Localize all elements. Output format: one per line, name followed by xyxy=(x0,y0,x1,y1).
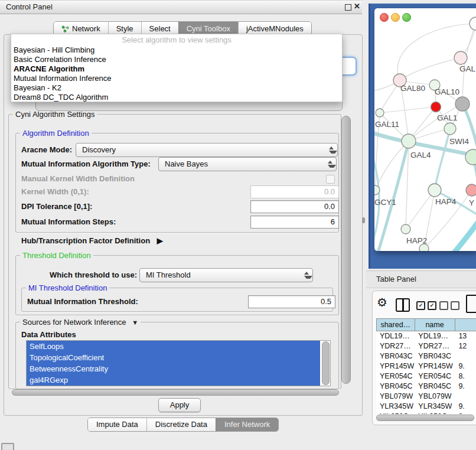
float-window-icon[interactable] xyxy=(345,4,351,11)
network-node-y[interactable] xyxy=(466,184,476,196)
table-row[interactable]: YLR345WYLR345W9. xyxy=(376,402,476,412)
threshold-definition-title: Threshold Definition xyxy=(20,251,93,260)
network-node[interactable] xyxy=(431,102,441,112)
data-attributes-list[interactable]: SelfLoopsTopologicalCoefficientBetweenne… xyxy=(26,340,331,386)
algorithm-option-dream8-dc-tdc-algorithm[interactable]: Dream8 DC_TDC Algorithm xyxy=(11,93,342,102)
column-header-3[interactable] xyxy=(455,319,476,331)
mi-algorithm-type-select[interactable]: Naive Bayes xyxy=(158,157,337,171)
select-all-checkboxes-icon[interactable]: ✓ ✓ xyxy=(416,301,436,310)
deselect-all-checkboxes-icon[interactable] xyxy=(439,301,459,310)
close-icon[interactable]: ✕ xyxy=(354,2,360,11)
network-edge[interactable] xyxy=(406,190,435,229)
bottom-tabs: Impute DataDiscretize DataInfer Network xyxy=(87,418,279,432)
collapse-arrow-icon[interactable]: ▼ xyxy=(132,319,138,326)
algorithm-definition-title: Algorithm Definition xyxy=(20,129,92,138)
table-cell xyxy=(455,392,476,402)
table-row[interactable]: YPR145WYPR145W9. xyxy=(376,361,476,371)
settings-vertical-scrollbar[interactable] xyxy=(341,116,351,384)
table-horizontal-scrollbar[interactable] xyxy=(376,415,474,421)
network-node[interactable] xyxy=(455,97,470,111)
tab-infer-network[interactable]: Infer Network xyxy=(216,418,278,431)
algorithm-option-aracne-algorithm[interactable]: ARACNE Algorithm xyxy=(11,64,342,74)
algorithm-option-basic-correlation-inference[interactable]: Basic Correlation Inference xyxy=(11,55,342,64)
network-node-swi4[interactable] xyxy=(465,149,476,165)
table-row[interactable]: YBR043CYBR043C xyxy=(376,351,476,361)
manual-kernel-width-checkbox[interactable] xyxy=(326,175,335,184)
network-edge[interactable] xyxy=(445,217,476,251)
network-node-label: GAL80 xyxy=(400,84,425,93)
table-cell: YBL079W xyxy=(376,392,415,402)
algorithm-dropdown-popup: Select algorithm to view settings Bayesi… xyxy=(11,34,343,102)
algorithm-option-mutual-information-inference[interactable]: Mutual Information Inference xyxy=(11,74,342,83)
algorithm-option-bayesian-k2[interactable]: Bayesian - K2 xyxy=(11,83,342,93)
table-header-row: shared…name xyxy=(376,318,476,331)
data-attribute-topologicalcoefficient[interactable]: TopologicalCoefficient xyxy=(27,352,320,363)
table-row[interactable]: YBR045CYBR045C9. xyxy=(376,381,476,392)
mi-threshold-definition-title: MI Threshold Definition xyxy=(26,283,109,292)
table-row[interactable]: YDL19…YDL19…13 xyxy=(376,331,476,341)
column-layout-icon[interactable] xyxy=(396,298,410,312)
data-attributes-scrollbar[interactable] xyxy=(322,341,330,385)
column-header-shared[interactable]: shared… xyxy=(376,319,415,331)
network-node-hap4[interactable] xyxy=(428,184,441,197)
table-row[interactable]: YER054CYER054C8. xyxy=(376,371,476,381)
table-cell: YDR27… xyxy=(415,341,455,351)
stepper-icon xyxy=(328,161,332,168)
algorithm-option-bayesian-hill-climbing[interactable]: Bayesian - Hill Climbing xyxy=(11,45,342,55)
network-edge[interactable] xyxy=(376,141,409,251)
aracne-mode-select[interactable]: Discovery xyxy=(76,143,338,157)
tab-impute-data[interactable]: Impute Data xyxy=(88,418,146,431)
table-row[interactable]: YBL079WYBL079W xyxy=(376,392,476,402)
table-cell: 12 xyxy=(455,341,476,351)
panel-splitter-handle[interactable] xyxy=(362,217,365,223)
network-node-gal1[interactable] xyxy=(444,123,456,135)
mi-steps-input[interactable]: 6 xyxy=(250,216,339,229)
table-cell: YER054C xyxy=(376,371,415,381)
table-body: YDL19…YDL19…13YDR27…YDR27…12YBR043CYBR04… xyxy=(376,331,476,414)
network-edge[interactable] xyxy=(380,107,436,113)
network-node-gal4[interactable] xyxy=(402,134,416,148)
table-row[interactable]: YDR27…YDR27…12 xyxy=(376,341,476,351)
apply-button[interactable]: Apply xyxy=(158,398,201,412)
floating-panel-icon[interactable] xyxy=(1,443,14,450)
network-node-label: Y xyxy=(469,198,474,207)
network-node-label: GCY1 xyxy=(374,198,396,207)
network-edge[interactable] xyxy=(462,24,476,104)
network-node[interactable] xyxy=(470,17,476,30)
network-node-hap2[interactable] xyxy=(401,224,410,234)
data-attribute-betweennesscentrality[interactable]: BetweennessCentrality xyxy=(27,363,320,374)
network-edge[interactable] xyxy=(400,58,461,80)
table-cell: YIL052C xyxy=(415,412,455,414)
network-node-gal[interactable] xyxy=(454,51,467,64)
table-cell: YIL052C xyxy=(376,412,415,414)
expand-arrow-icon[interactable]: ▶ xyxy=(157,236,163,245)
settings-horizontal-scrollbar[interactable] xyxy=(12,389,339,396)
dpi-tolerance-input[interactable]: 0.0 xyxy=(250,200,339,213)
data-attribute-gal4rgexp[interactable]: gal4RGexp xyxy=(27,374,320,386)
tab-discretize-data[interactable]: Discretize Data xyxy=(146,418,216,431)
column-header-name[interactable]: name xyxy=(415,319,455,331)
mi-algorithm-type-value: Naive Bayes xyxy=(165,158,208,171)
which-threshold-label: Which threshold to use: xyxy=(50,270,137,279)
table-row[interactable]: YIL052CYIL052C8 xyxy=(376,412,476,414)
data-attribute-selfloops[interactable]: SelfLoops xyxy=(27,341,320,352)
network-edge[interactable] xyxy=(462,104,476,156)
node-table[interactable]: shared…name YDL19…YDL19…13YDR27…YDR27…12… xyxy=(376,318,476,414)
control-panel-titlebar[interactable]: Control Panel ✕ xyxy=(0,0,362,14)
table-cell: 9. xyxy=(455,381,476,392)
document-icon[interactable] xyxy=(466,295,476,313)
sources-title-row[interactable]: Sources for Network Inference ▼ xyxy=(20,318,141,327)
table-cell xyxy=(455,351,476,361)
hub-definition-toggle[interactable]: Hub/Transcription Factor Definition ▶ xyxy=(21,236,163,245)
network-node-gal11[interactable] xyxy=(376,109,384,117)
table-cell: 8. xyxy=(455,371,476,381)
mi-threshold-input[interactable]: 0.5 xyxy=(248,295,335,308)
kernel-width-input[interactable]: 0.0 xyxy=(250,185,339,198)
gear-icon[interactable]: ⚙ xyxy=(377,295,387,309)
network-view-window[interactable]: GALGAL80GAL10GAL1GAL11GAL4SWI4GCY1HAP4YH… xyxy=(374,8,476,251)
network-canvas[interactable]: GALGAL80GAL10GAL1GAL11GAL4SWI4GCY1HAP4YH… xyxy=(374,8,476,251)
table-cell: 8 xyxy=(455,412,476,414)
which-threshold-select[interactable]: MI Threshold xyxy=(139,268,313,282)
aracne-mode-label: Aracne Mode: xyxy=(21,145,72,154)
network-edge[interactable] xyxy=(435,129,450,190)
